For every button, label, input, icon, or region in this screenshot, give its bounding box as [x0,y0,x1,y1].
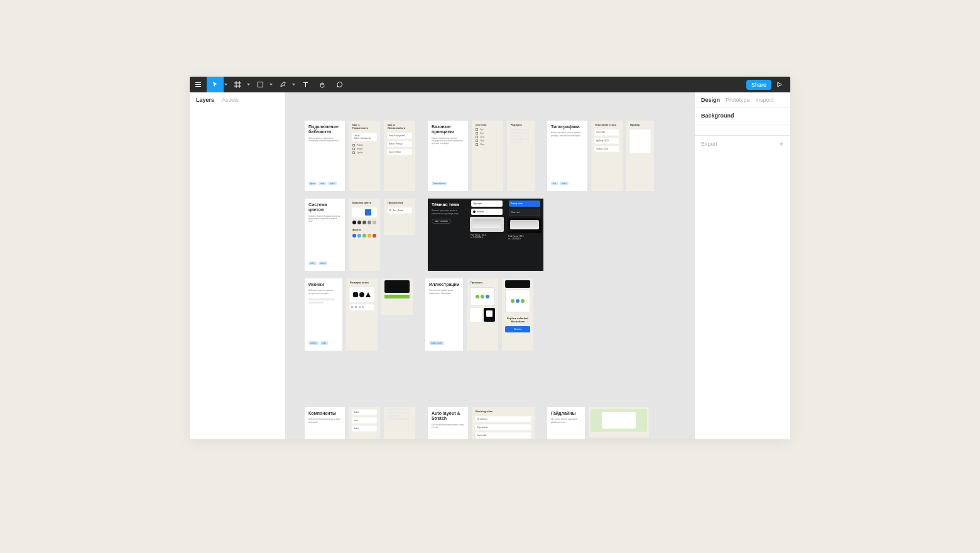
toolbar: Share [190,77,790,92]
frame-title: Тёмная тема [428,199,468,209]
frame-desc: Набор текстовых стилей: шрифты, размеры,… [547,131,587,139]
subhead: Шаг 2. Использовать [384,121,415,131]
figma-window: Share Layers Assets Подключение библиоте… [190,77,790,439]
chevron-down-icon [247,84,250,86]
frame-icons-cover[interactable]: Иконки Библиотека иконок, правила постро… [305,278,342,351]
frame-colors-panel-2[interactable]: Применение Fill · Text · Border [384,199,415,235]
tag: iconset [308,341,318,345]
text-tool[interactable] [297,77,314,92]
menu-button[interactable] [190,77,207,92]
play-icon [776,82,782,87]
shape-tool[interactable] [252,77,269,92]
tag: text [551,182,558,185]
rectangle-icon [257,81,264,88]
frame-title: Подключение библиотек [305,121,345,137]
frame-desc: Как настроить и подключить библиотеку ст… [305,137,345,145]
chevron-down-icon [292,84,295,86]
canvas[interactable]: Подключение библиотек Как настроить и по… [286,92,694,439]
section-export[interactable]: Export [695,136,790,152]
text-icon [302,81,309,88]
move-tool-chevron[interactable] [224,77,228,92]
hand-icon [319,81,326,88]
right-panel-tabs: Design Prototype Inspect [695,92,790,107]
frame-illus-panel-2[interactable]: Explore unlimited illustrations Start no… [502,278,533,351]
frame-desc: Единые правила построения интерфейсов и … [428,137,468,148]
frame-title: Иллюстрации [425,278,463,289]
section-background[interactable]: Background [695,107,790,124]
tag: image assets [429,341,444,345]
car-thumb [470,217,504,232]
pill: color · semantic [432,219,451,224]
frame-tool[interactable] [229,77,246,92]
tag: styles [560,182,569,185]
frame-typography-panel-1[interactable]: Текстовые стили Title 24/32 Ag Body 14/2… [591,121,623,191]
frame-basic-panel-1[interactable]: Отступы 4 px 8 px 12 px 16 px 24 px [472,121,503,191]
plus-icon [779,141,784,146]
car-thumb-dark [508,218,542,233]
frame-libraries-panel-1[interactable]: Шаг 1. Подключить LibraryStyles · Compon… [349,121,380,191]
tab-layers[interactable]: Layers [196,97,214,103]
move-tool[interactable] [207,77,224,92]
frame-icons-panel-2[interactable] [381,278,413,315]
chevron-down-icon [270,84,273,86]
comment-icon [336,81,343,88]
frame-basic-cover[interactable]: Базовые принципы Единые правила построен… [428,121,468,191]
comment-tool[interactable] [331,77,348,92]
menu-icon [195,81,202,88]
shape-tool-chevron[interactable] [269,77,273,92]
frame-title: Базовые принципы [428,121,468,137]
pen-tool-chevron[interactable] [291,77,296,92]
cursor-icon [212,81,219,88]
pen-icon [280,81,286,88]
subhead: Шаг 1. Подключить [349,121,380,131]
frame-autolayout-cover[interactable]: Auto layout & Stretch Как строить растяг… [428,407,468,439]
frame-colors-cover[interactable]: Система цветов Семантические и базовые ц… [305,199,345,271]
export-label: Export [701,141,717,147]
frame-guidelines-panel[interactable] [589,407,649,437]
tag: figma [308,182,317,185]
frame-typography-panel-2[interactable]: Пример [626,121,654,191]
frame-tool-chevron[interactable] [246,77,251,92]
hand-tool[interactable] [314,77,331,92]
tag: styles [328,182,337,185]
chevron-down-icon [224,84,227,86]
tab-inspect[interactable]: Inspect [756,97,774,103]
frame-title: Auto layout & Stretch [428,407,468,424]
frame-components-panel-2[interactable] [384,407,415,439]
tab-assets[interactable]: Assets [222,97,239,103]
frame-title: Типографика [547,121,587,131]
frame-typography-cover[interactable]: Типографика Набор текстовых стилей: шриф… [547,121,587,191]
frame-guidelines-cover[interactable]: Гайдлайны Где читать полные гайдлайны ди… [547,407,585,439]
frame-illus-panel-1[interactable]: Примеры [467,278,498,351]
frame-title: Компоненты [305,407,345,418]
frame-title: Система цветов [305,199,345,215]
frame-title: Иконки [305,278,342,289]
tag: tokens [318,261,328,265]
left-panel: Layers Assets [190,92,286,439]
pen-tool[interactable] [275,77,291,92]
frame-title: Гайдлайны [547,407,585,418]
left-panel-tabs: Layers Assets [190,92,285,107]
tab-design[interactable]: Design [701,97,720,103]
frame-autolayout-panel[interactable]: Resizing rules Fill container Hug conten… [472,407,535,439]
tag: ui-kit [320,341,328,345]
right-panel: Design Prototype Inspect Background Expo… [694,92,790,439]
frame-libraries-cover[interactable]: Подключение библиотек Как настроить и по… [305,121,345,191]
svg-rect-0 [258,82,263,87]
frame-basic-panel-2[interactable]: Радиусы [507,121,535,191]
frame-dark-theme[interactable]: Тёмная тема Правила адаптации цветов и к… [428,199,543,271]
present-button[interactable] [771,77,787,92]
frame-illustrations-cover[interactable]: Иллюстрации Стили иллюстраций: промо, em… [425,278,463,351]
frame-colors-panel-1[interactable]: Базовые цвета Accent [349,199,380,271]
tag: layout system [432,182,447,185]
frame-components-cover[interactable]: Компоненты Библиотека UI-компонентов на … [305,407,345,439]
frame-icon [234,81,241,88]
frame-icons-panel-1[interactable]: Размеры сетки 16 · 20 · 24 · 32 [346,278,378,351]
frame-libraries-panel-2[interactable]: Шаг 2. Использовать Search component… Bu… [384,121,415,191]
tag: web [318,182,326,185]
frame-components-panel-1[interactable]: ButtonInputSelect [349,407,380,439]
share-button[interactable]: Share [746,80,771,90]
tab-prototype[interactable]: Prototype [726,97,750,103]
tag: color [308,261,317,265]
